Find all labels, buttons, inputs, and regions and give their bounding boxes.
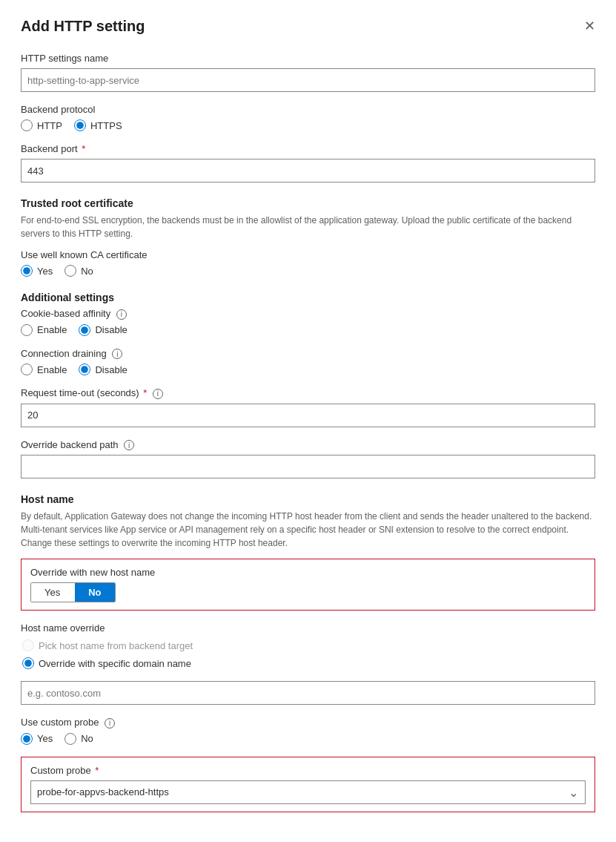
use-well-known-ca-label: Use well known CA certificate [21, 249, 595, 260]
use-custom-probe-label: Use custom probe i [21, 717, 595, 728]
http-settings-name-label: HTTP settings name [21, 53, 595, 64]
backend-protocol-https-label: HTTPS [90, 120, 122, 131]
connection-draining-enable-option[interactable]: Enable [21, 364, 67, 375]
custom-probe-label: Custom probe * [30, 765, 586, 776]
host-name-override-label: Host name override [21, 622, 595, 634]
trusted-root-cert-section: Trusted root certificate For end-to-end … [21, 197, 595, 277]
trusted-root-cert-desc: For end-to-end SSL encryption, the backe… [21, 214, 595, 240]
request-timeout-input[interactable] [21, 404, 595, 427]
override-toggle-yes[interactable]: Yes [31, 583, 73, 602]
connection-draining-radio-group: Enable Disable [21, 364, 595, 375]
request-timeout-group: Request time-out (seconds) * i [21, 387, 595, 427]
custom-probe-section: Custom probe * probe-for-appvs-backend-h… [21, 757, 595, 812]
use-well-known-ca-group: Use well known CA certificate Yes No [21, 249, 595, 277]
backend-protocol-group: Backend protocol HTTP HTTPS [21, 104, 595, 131]
cookie-affinity-enable-label: Enable [37, 324, 67, 335]
override-new-host-name-section: Override with new host name Yes No [21, 559, 595, 611]
override-specific-domain-label: Override with specific domain name [39, 658, 191, 669]
backend-protocol-label: Backend protocol [21, 104, 595, 115]
override-backend-path-label: Override backend path i [21, 439, 595, 451]
cookie-affinity-info-icon[interactable]: i [116, 309, 127, 320]
override-backend-path-group: Override backend path i [21, 439, 595, 479]
cookie-affinity-disable-option[interactable]: Disable [79, 324, 127, 336]
cookie-affinity-enable-option[interactable]: Enable [21, 324, 67, 336]
host-name-section: Host name By default, Application Gatewa… [21, 493, 595, 812]
override-backend-path-info-icon[interactable]: i [124, 440, 134, 450]
backend-protocol-https-option[interactable]: HTTPS [74, 119, 122, 131]
use-custom-probe-no-option[interactable]: No [64, 733, 93, 745]
override-backend-path-input[interactable] [21, 455, 595, 478]
use-custom-probe-radio-group: Yes No [21, 733, 595, 745]
use-well-known-ca-yes-option[interactable]: Yes [21, 265, 53, 277]
pick-host-from-backend-label: Pick host name from backend target [39, 640, 193, 651]
domain-input[interactable] [21, 681, 595, 705]
cookie-affinity-disable-label: Disable [95, 324, 127, 335]
close-button[interactable]: ✕ [578, 15, 601, 37]
http-settings-name-group: HTTP settings name [21, 53, 595, 92]
custom-probe-required-star: * [95, 765, 99, 776]
use-custom-probe-yes-option[interactable]: Yes [21, 733, 53, 745]
backend-protocol-http-label: HTTP [37, 120, 62, 131]
request-timeout-info-icon[interactable]: i [153, 389, 163, 399]
http-settings-name-input[interactable] [21, 68, 595, 92]
custom-probe-select[interactable]: probe-for-appvs-backend-https [30, 780, 586, 804]
domain-input-group [21, 681, 595, 705]
backend-port-group: Request time-out (seconds) Backend port … [21, 143, 595, 182]
use-custom-probe-no-label: No [81, 733, 93, 744]
request-timeout-label: Request time-out (seconds) * i [21, 387, 595, 399]
cookie-affinity-radio-group: Enable Disable [21, 324, 595, 336]
connection-draining-disable-label: Disable [95, 364, 127, 375]
override-toggle-group: Yes No [30, 582, 116, 602]
trusted-root-cert-heading: Trusted root certificate [21, 197, 595, 209]
host-name-desc: By default, Application Gateway does not… [21, 510, 595, 550]
connection-draining-group: Connection draining i Enable Disable [21, 348, 595, 376]
use-custom-probe-group: Use custom probe i Yes No [21, 717, 595, 745]
connection-draining-info-icon[interactable]: i [112, 349, 122, 359]
override-new-host-name-label: Override with new host name [30, 567, 586, 578]
backend-protocol-radio-group: HTTP HTTPS [21, 119, 595, 131]
additional-settings-heading: Additional settings [21, 292, 595, 303]
request-timeout-required-star: * [143, 387, 147, 398]
pick-host-from-backend-option: Pick host name from backend target [22, 639, 595, 651]
use-well-known-ca-no-option[interactable]: No [64, 265, 93, 277]
use-custom-probe-info-icon[interactable]: i [105, 718, 115, 728]
panel-title: Add HTTP setting [21, 18, 595, 35]
host-name-heading: Host name [21, 493, 595, 505]
host-name-override-section: Host name override Pick host name from b… [21, 622, 595, 669]
override-specific-domain-option[interactable]: Override with specific domain name [22, 657, 595, 669]
use-well-known-ca-radio-group: Yes No [21, 265, 595, 277]
backend-port-label: Request time-out (seconds) Backend port … [21, 143, 595, 154]
add-http-setting-panel: Add HTTP setting ✕ HTTP settings name Ba… [0, 0, 616, 830]
connection-draining-enable-label: Enable [37, 364, 67, 375]
use-custom-probe-yes-label: Yes [37, 733, 53, 744]
backend-protocol-http-option[interactable]: HTTP [21, 119, 62, 131]
use-well-known-ca-no-label: No [81, 266, 93, 277]
use-well-known-ca-yes-label: Yes [37, 266, 53, 277]
cookie-affinity-group: Cookie-based affinity i Enable Disable [21, 308, 595, 336]
connection-draining-label: Connection draining i [21, 348, 595, 360]
backend-port-input[interactable] [21, 159, 595, 182]
custom-probe-select-wrapper: probe-for-appvs-backend-https [30, 780, 586, 804]
backend-port-required-star: * [82, 143, 85, 154]
override-toggle-no[interactable]: No [75, 583, 114, 602]
cookie-affinity-label: Cookie-based affinity i [21, 308, 595, 320]
additional-settings-section: Additional settings Cookie-based affinit… [21, 292, 595, 478]
connection-draining-disable-option[interactable]: Disable [79, 364, 127, 375]
